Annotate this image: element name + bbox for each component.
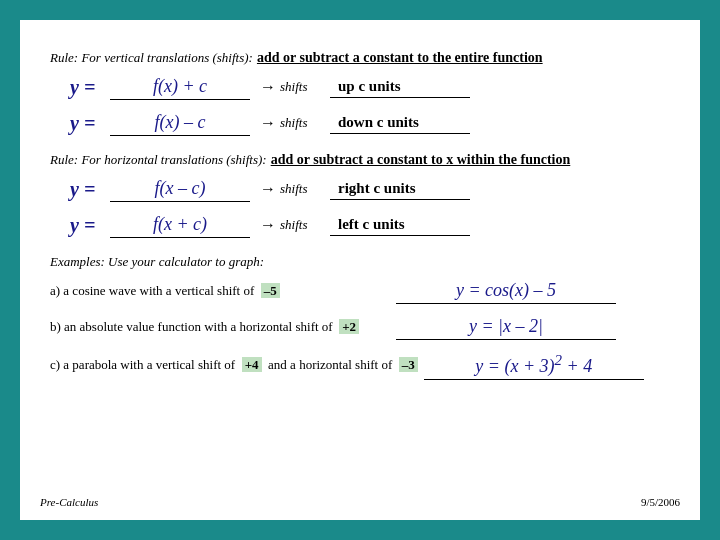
row2-result: down c units <box>330 112 470 134</box>
horizontal-rule-prefix: Rule: For horizontal translations (shift… <box>50 152 267 168</box>
row1-shifts: shifts <box>280 79 307 95</box>
slide: Rule: For vertical translations (shifts)… <box>20 20 700 520</box>
row1-formula: f(x) + c <box>110 74 250 100</box>
horizontal-rule-bold: add or subtract a constant to x within t… <box>271 152 571 168</box>
horizontal-rule-line: Rule: For horizontal translations (shift… <box>50 152 670 168</box>
example-c-highlight2: –3 <box>399 357 418 372</box>
example-c: c) a parabola with a vertical shift of +… <box>50 350 670 380</box>
example-b-formula: y = |x – 2| <box>396 314 616 340</box>
row2-shifts: shifts <box>280 115 307 131</box>
footer-left: Pre-Calculus <box>40 496 98 508</box>
example-c-text2: and a horizontal shift of <box>268 357 392 372</box>
row2-y-eq: y = <box>70 112 100 135</box>
row2-arrow-shifts: → shifts <box>260 114 320 132</box>
example-b-highlight: +2 <box>339 319 359 334</box>
example-c-text-main: c) a parabola with a vertical shift of <box>50 357 235 372</box>
example-a-highlight: –5 <box>261 283 280 298</box>
example-b: b) an absolute value function with a hor… <box>50 314 670 340</box>
row1-result: up c units <box>330 76 470 98</box>
row4-arrow: → <box>260 216 276 234</box>
row1-arrow: → <box>260 78 276 96</box>
row4-result: left c units <box>330 214 470 236</box>
row1-arrow-shifts: → shifts <box>260 78 320 96</box>
vertical-rule-prefix: Rule: For vertical translations (shifts)… <box>50 50 253 66</box>
row3-shifts: shifts <box>280 181 307 197</box>
example-c-highlight1: +4 <box>242 357 262 372</box>
row2-formula: f(x) – c <box>110 110 250 136</box>
examples-header: Examples: Use your calculator to graph: <box>50 254 670 270</box>
example-c-text: c) a parabola with a vertical shift of +… <box>50 357 418 373</box>
vertical-rule-line: Rule: For vertical translations (shifts)… <box>50 50 670 66</box>
example-b-text: b) an absolute value function with a hor… <box>50 319 390 335</box>
row4-formula: f(x + c) <box>110 212 250 238</box>
row3-formula: f(x – c) <box>110 176 250 202</box>
row4-shifts: shifts <box>280 217 307 233</box>
footer-right: 9/5/2006 <box>641 496 680 508</box>
example-a-text-main: a) a cosine wave with a vertical shift o… <box>50 283 254 298</box>
row3-result: right c units <box>330 178 470 200</box>
row4-y-eq: y = <box>70 214 100 237</box>
row3-arrow: → <box>260 180 276 198</box>
row4-arrow-shifts: → shifts <box>260 216 320 234</box>
row4: y = f(x + c) → shifts left c units <box>70 212 670 238</box>
example-a-text: a) a cosine wave with a vertical shift o… <box>50 283 390 299</box>
row2-arrow: → <box>260 114 276 132</box>
row3-y-eq: y = <box>70 178 100 201</box>
example-c-formula: y = (x + 3)2 + 4 <box>424 350 644 380</box>
row3: y = f(x – c) → shifts right c units <box>70 176 670 202</box>
row1-y-eq: y = <box>70 76 100 99</box>
example-b-text-main: b) an absolute value function with a hor… <box>50 319 333 334</box>
example-a-formula: y = cos(x) – 5 <box>396 278 616 304</box>
row3-arrow-shifts: → shifts <box>260 180 320 198</box>
row1: y = f(x) + c → shifts up c units <box>70 74 670 100</box>
vertical-rule-bold: add or subtract a constant to the entire… <box>257 50 543 66</box>
example-a: a) a cosine wave with a vertical shift o… <box>50 278 670 304</box>
row2: y = f(x) – c → shifts down c units <box>70 110 670 136</box>
